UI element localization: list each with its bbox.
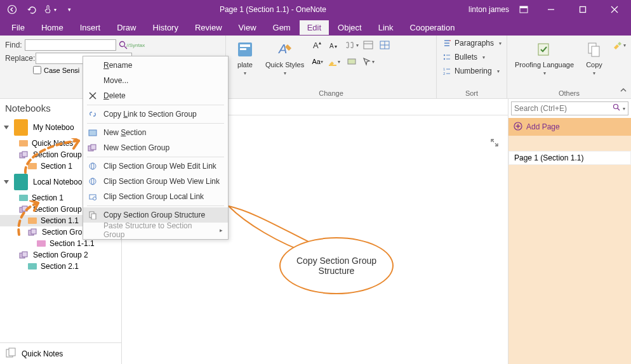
- user-name[interactable]: linton james: [468, 5, 509, 14]
- menu-gem[interactable]: Gem: [265, 20, 298, 35]
- annotation-arrow-1: [18, 138, 88, 176]
- svg-rect-23: [348, 59, 355, 64]
- minimize-button[interactable]: [538, 1, 564, 18]
- svg-point-7: [119, 42, 124, 47]
- notebooks-heading: Notebooks: [5, 103, 51, 114]
- svg-rect-65: [91, 214, 96, 219]
- menu-history[interactable]: History: [145, 20, 186, 35]
- svg-text:A: A: [278, 42, 287, 56]
- page-list-item[interactable]: Page 1 (Section 1.1): [508, 151, 631, 165]
- paragraphs-button[interactable]: Paragraphs▾: [442, 38, 501, 48]
- decrease-font-icon[interactable]: A▾: [327, 38, 341, 52]
- close-button[interactable]: [602, 1, 627, 18]
- local-section-group-2[interactable]: Section Group 2: [0, 249, 121, 261]
- menu-home[interactable]: Home: [34, 20, 71, 35]
- annotation-callout: Copy Section Group Structure: [279, 237, 394, 294]
- menu-link[interactable]: Link: [371, 20, 401, 35]
- find-input[interactable]: [25, 39, 116, 51]
- pointer-button[interactable]: ▾: [361, 55, 375, 68]
- copy-button[interactable]: Copy▾: [580, 38, 608, 78]
- svg-rect-4: [580, 7, 586, 13]
- increase-font-icon[interactable]: A▴: [310, 38, 324, 52]
- collapse-ribbon-icon[interactable]: [620, 86, 627, 96]
- ctx-clip-web-view[interactable]: Clip Section Group Web View Link: [83, 174, 228, 189]
- section-icon: [28, 263, 37, 270]
- ctx-copy-structure[interactable]: Copy Section Group Structure: [83, 207, 228, 223]
- sort-group-label: Sort: [442, 89, 501, 97]
- quick-styles-button[interactable]: A Quick Styles▾: [263, 38, 307, 78]
- menu-edit[interactable]: Edit: [300, 20, 329, 35]
- window-title: Page 1 (Section 1.1) - OneNote: [77, 5, 468, 14]
- syntax-button[interactable]: //Syntax: [130, 39, 142, 51]
- section-icon: [37, 240, 46, 247]
- highlight-element-button[interactable]: [345, 55, 359, 68]
- qat-customize[interactable]: ▾: [61, 1, 77, 18]
- change-group-label: Change: [231, 89, 431, 97]
- svg-rect-17: [329, 65, 336, 66]
- ctx-move[interactable]: Move...: [83, 73, 228, 88]
- pages-panel: ▾ Add Page Page 1 (Section 1.1): [508, 99, 631, 364]
- add-page-button[interactable]: Add Page: [508, 118, 631, 136]
- svg-text:▴: ▴: [319, 40, 321, 46]
- ctx-new-section-group[interactable]: New Section Group: [83, 140, 228, 155]
- change-case-button[interactable]: Aa▾: [310, 55, 324, 68]
- search-input[interactable]: [514, 104, 613, 113]
- page-list: Page 1 (Section 1.1): [508, 136, 631, 364]
- template-icon: [235, 39, 255, 60]
- maximize-button[interactable]: [570, 1, 595, 18]
- ctx-new-section[interactable]: New Section: [83, 125, 228, 140]
- ctx-clip-local[interactable]: Clip Section Group Local Link: [83, 189, 228, 204]
- quick-notes-footer[interactable]: Quick Notes: [0, 342, 121, 364]
- svg-text:A: A: [313, 41, 319, 50]
- case-sensitive-checkbox[interactable]: [33, 66, 41, 74]
- script-button[interactable]: ▾: [345, 38, 359, 52]
- ribbon-display-options[interactable]: [515, 1, 532, 18]
- svg-point-25: [444, 55, 445, 56]
- svg-rect-10: [240, 44, 250, 47]
- bullets-button[interactable]: Bullets▾: [442, 52, 501, 62]
- replace-label: Replace:: [5, 54, 33, 63]
- touch-mode-button[interactable]: ▾: [42, 1, 58, 18]
- chevron-down-icon: [4, 126, 9, 129]
- globe-icon: [87, 176, 98, 187]
- search-icon[interactable]: [613, 103, 621, 114]
- svg-rect-43: [22, 252, 27, 257]
- notebook-icon: [14, 119, 28, 136]
- section-group-icon: [19, 251, 29, 259]
- menu-object[interactable]: Object: [330, 20, 369, 35]
- menu-file[interactable]: File: [4, 20, 32, 35]
- highlight-button[interactable]: ▾: [327, 55, 341, 68]
- ctx-copy-link[interactable]: Copy Link to Section Group: [83, 107, 228, 122]
- quick-notes-icon: [5, 347, 17, 360]
- back-button[interactable]: [4, 1, 20, 18]
- paragraphs-icon: [442, 38, 452, 48]
- section-icon: [87, 127, 98, 138]
- proofing-language-button[interactable]: Proofing Language▾: [512, 38, 576, 78]
- search-box[interactable]: ▾: [511, 101, 628, 115]
- annotation-arrow-2: [14, 200, 43, 238]
- local-section-2-1[interactable]: Section 2.1: [0, 261, 121, 272]
- table-button[interactable]: [378, 38, 392, 52]
- menu-insert[interactable]: Insert: [72, 20, 109, 35]
- highlight-tool-icon[interactable]: ▾: [612, 38, 626, 52]
- insert-symbol-button[interactable]: [361, 38, 375, 52]
- menu-view[interactable]: View: [231, 20, 264, 35]
- numbering-icon: 12: [442, 66, 452, 76]
- find-label: Find:: [5, 41, 22, 49]
- expand-page-icon[interactable]: [490, 138, 499, 149]
- menu-review[interactable]: Review: [187, 20, 230, 35]
- svg-point-26: [444, 58, 445, 60]
- svg-rect-11: [240, 48, 246, 50]
- undo-button[interactable]: [23, 1, 39, 18]
- menu-cooperation[interactable]: Cooperation: [402, 20, 463, 35]
- svg-point-59: [91, 163, 94, 169]
- others-group-label: Others: [512, 89, 626, 97]
- template-button[interactable]: plate▾: [231, 38, 259, 78]
- ctx-clip-web-edit[interactable]: Clip Section Group Web Edit Link: [83, 159, 228, 174]
- bullets-icon: [442, 52, 452, 62]
- search-scope-dropdown[interactable]: ▾: [623, 106, 625, 112]
- numbering-button[interactable]: 12Numbering▾: [442, 66, 501, 76]
- ctx-rename[interactable]: Rename: [83, 58, 228, 73]
- ctx-delete[interactable]: Delete: [83, 88, 228, 103]
- menu-draw[interactable]: Draw: [109, 20, 143, 35]
